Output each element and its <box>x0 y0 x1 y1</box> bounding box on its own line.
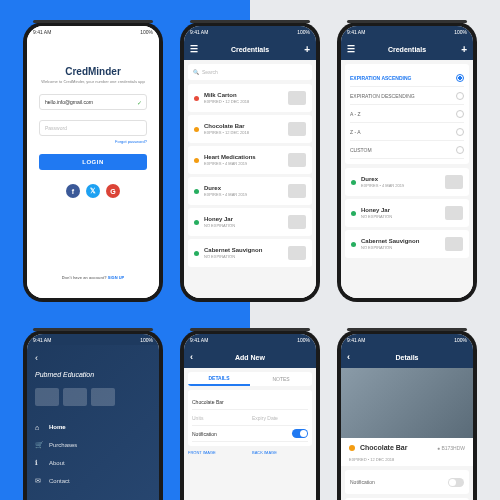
add-icon[interactable]: + <box>304 44 310 55</box>
menu-item[interactable]: ✉Contact <box>35 472 151 490</box>
navbar: ‹ Details <box>341 346 473 368</box>
back-icon[interactable]: ‹ <box>35 353 151 363</box>
credential-item[interactable]: Milk CartonEXPIRED • 12 DEC 2018 <box>188 84 312 112</box>
add-icon[interactable]: + <box>461 44 467 55</box>
product-code: ● B173HDW <box>437 445 465 451</box>
expiry-text: EXPIRED • 12 DEC 2018 <box>341 457 473 466</box>
sort-option[interactable]: Z - A <box>350 123 464 141</box>
menu-icon[interactable]: ☰ <box>347 44 355 54</box>
status-bar: 9:41 AM100% <box>184 334 316 346</box>
back-icon[interactable]: ‹ <box>190 352 193 362</box>
credential-item[interactable]: Honey JarNO EXPIRATION <box>188 208 312 236</box>
facebook-button[interactable]: f <box>66 184 80 198</box>
units-date-row[interactable]: Units Expiry Date <box>192 410 308 426</box>
navbar: ☰ Credentials + <box>184 38 316 60</box>
navbar: ‹ Add New <box>184 346 316 368</box>
menu-icon[interactable]: ☰ <box>190 44 198 54</box>
credential-item[interactable]: DurexEXPIRES • 4 MAR 2019 <box>188 177 312 205</box>
status-bar: 9:41 AM100% <box>27 334 159 345</box>
sort-option[interactable]: A - Z <box>350 105 464 123</box>
name-field[interactable]: Chocolate Bar <box>192 394 308 410</box>
logo: Pubmed Education <box>35 371 151 378</box>
password-field[interactable]: Password <box>39 120 147 136</box>
sort-option[interactable]: EXPIRATION ASCENDING <box>350 69 464 87</box>
tab[interactable]: NOTES <box>250 372 312 386</box>
back-icon[interactable]: ‹ <box>347 352 350 362</box>
navbar: ☰ Credentials + <box>341 38 473 60</box>
product-name: Chocolate Bar <box>360 444 437 451</box>
sort-option[interactable]: CUSTOM <box>350 141 464 159</box>
email-field[interactable]: hello.info@gmail.com✓ <box>39 94 147 110</box>
phone-login: 9:41 AM100% CredMinder Welcome to CredMi… <box>23 22 163 302</box>
forgot-password-link[interactable]: Forgot password? <box>115 139 147 144</box>
tab[interactable]: DETAILS <box>188 372 250 386</box>
notification-toggle[interactable]: Notification <box>350 475 464 489</box>
status-bar: 9:41 AM100% <box>341 334 473 346</box>
twitter-button[interactable]: 𝕏 <box>86 184 100 198</box>
phone-credentials: 9:41 AM100% ☰ Credentials + 🔍 Search Mil… <box>180 22 320 302</box>
menu-item[interactable]: 🛒Purchases <box>35 436 151 454</box>
check-icon: ✓ <box>137 99 142 106</box>
credential-item[interactable]: Cabernet SauvignonNO EXPIRATION <box>345 230 469 258</box>
phone-addnew: 9:41 AM100% ‹ Add New DETAILSNOTES Choco… <box>180 330 320 500</box>
credential-item[interactable]: Honey JarNO EXPIRATION <box>345 199 469 227</box>
phone-details: 9:41 AM100% ‹ Details Chocolate Bar ● B1… <box>337 330 477 500</box>
search-input[interactable]: 🔍 Search <box>188 64 312 80</box>
back-image-label[interactable]: BACK IMAGE <box>252 450 312 455</box>
product-image <box>341 368 473 438</box>
credential-item[interactable]: Chocolate BarEXPIRES • 12 DEC 2018 <box>188 115 312 143</box>
status-bar: 9:41 AM100% <box>184 26 316 38</box>
google-button[interactable]: G <box>106 184 120 198</box>
phone-sort: 9:41 AM100% ☰ Credentials + EXPIRATION A… <box>337 22 477 302</box>
notification-toggle[interactable]: Notification <box>192 426 308 442</box>
app-title: CredMinder <box>65 66 121 77</box>
app-subtitle: Welcome to CredMinder, your number one c… <box>41 79 145 84</box>
signup-link[interactable]: Don't have an account? SIGN UP <box>62 275 125 280</box>
credential-item[interactable]: Cabernet SauvignonNO EXPIRATION <box>188 239 312 267</box>
status-bar: 9:41 AM100% <box>341 26 473 38</box>
login-button[interactable]: LOGIN <box>39 154 147 170</box>
status-bar: 9:41 AM100% <box>27 26 159 38</box>
menu-item[interactable]: ℹAbout <box>35 454 151 472</box>
credential-item[interactable]: DurexEXPIRES • 4 MAR 2019 <box>345 168 469 196</box>
credential-item[interactable]: Heart MedicationsEXPIRES • 4 MAR 2019 <box>188 146 312 174</box>
status-dot <box>349 445 355 451</box>
menu-item[interactable]: ⌂Home <box>35 418 151 436</box>
front-image-label[interactable]: FRONT IMAGE <box>188 450 248 455</box>
sort-option[interactable]: EXPIRATION DESCENDING <box>350 87 464 105</box>
phone-menu: 9:41 AM100% ‹ Pubmed Education ⌂Home🛒Pur… <box>23 330 163 500</box>
